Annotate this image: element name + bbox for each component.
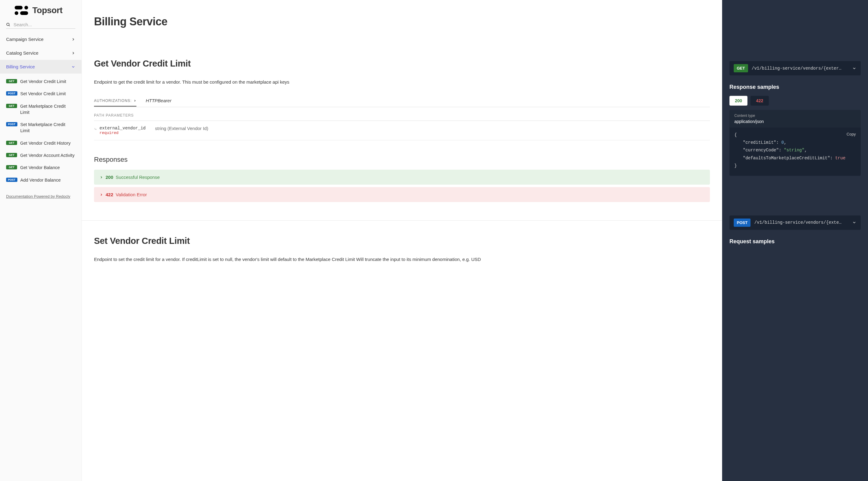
endpoint-url-box[interactable]: GET /v1/billing-service/vendors/{exter… <box>730 61 861 76</box>
url-path: /v1/billing-service/vendors/{exter… <box>752 66 848 71</box>
parameter-row: ⤷ external_vendor_id required string (Ex… <box>94 121 710 141</box>
sub-item-get-vendor-credit-limit[interactable]: GET Get Vendor Credit Limit <box>0 76 82 88</box>
search-input[interactable] <box>13 22 75 27</box>
logo[interactable]: Topsort <box>0 0 82 21</box>
search-box[interactable] <box>6 21 75 29</box>
method-tag: GET <box>734 64 748 72</box>
param-required: required <box>99 131 146 135</box>
path-parameters-label: PATH PARAMETERS <box>94 113 710 121</box>
svg-point-0 <box>7 23 9 25</box>
sidebar: Topsort Campaign Service Catalog Service… <box>0 0 82 481</box>
endpoint-description: Endpoint to set the credit limit for a v… <box>94 256 710 263</box>
endpoint-title: Get Vendor Credit Limit <box>94 59 710 69</box>
content-type-label: Content type <box>734 114 856 118</box>
sub-item-label: Get Vendor Account Activity <box>20 152 74 158</box>
copy-button[interactable]: Copy <box>847 131 856 138</box>
service-title: Billing Service <box>94 15 710 28</box>
tab-200[interactable]: 200 <box>730 96 747 106</box>
sub-item-get-vendor-credit-history[interactable]: GET Get Vendor Credit History <box>0 137 82 149</box>
chevron-right-icon <box>71 51 75 55</box>
method-badge: POST <box>6 122 18 126</box>
chevron-right-icon <box>99 193 103 197</box>
content-type-value: application/json <box>734 119 856 124</box>
sub-item-label: Get Vendor Credit History <box>20 140 70 146</box>
code-sample: Copy { "creditLimit": 0, "currencyCode":… <box>730 127 861 176</box>
param-tree-icon: ⤷ <box>94 127 97 131</box>
nav-label: Campaign Service <box>6 37 44 42</box>
chevron-right-icon <box>133 99 136 102</box>
sub-item-label: Set Vendor Credit Limit <box>21 91 66 97</box>
method-badge: GET <box>6 79 17 83</box>
method-badge: GET <box>6 141 17 145</box>
logo-text: Topsort <box>32 5 63 15</box>
response-200[interactable]: 200 Successful Response <box>94 170 710 185</box>
sub-item-get-marketplace-credit-limit[interactable]: GET Get Marketplace Credit Limit <box>0 100 82 119</box>
nav-catalog-service[interactable]: Catalog Service <box>0 46 82 60</box>
logo-icon <box>14 6 28 15</box>
sub-item-set-vendor-credit-limit[interactable]: POST Set Vendor Credit Limit <box>0 88 82 100</box>
chevron-down-icon <box>852 66 857 70</box>
sub-item-label: Get Marketplace Credit Limit <box>20 103 75 116</box>
responses-heading: Responses <box>94 156 710 163</box>
endpoint-description: Endpoint to get the credit limit for a v… <box>94 79 710 86</box>
response-code: 200 <box>105 175 113 180</box>
chevron-right-icon <box>99 176 103 179</box>
method-badge: GET <box>6 165 17 170</box>
endpoint-title: Set Vendor Credit Limit <box>94 236 710 246</box>
param-name: external_vendor_id <box>99 126 146 131</box>
divider <box>82 220 722 221</box>
response-samples-heading: Response samples <box>730 84 861 90</box>
request-samples-heading: Request samples <box>730 238 861 245</box>
chevron-right-icon <box>71 37 75 41</box>
sub-item-add-vendor-balance[interactable]: POST Add Vendor Balance <box>0 174 82 186</box>
authorizations-label[interactable]: AUTHORIZATIONS: <box>94 98 136 107</box>
sub-item-label: Get Vendor Credit Limit <box>20 79 66 85</box>
url-path: /v1/billing-service/vendors/{exte… <box>754 220 848 225</box>
chevron-down-icon <box>852 220 857 224</box>
sub-nav-list: GET Get Vendor Credit Limit POST Set Ven… <box>0 73 82 188</box>
method-badge: POST <box>6 178 18 182</box>
method-badge: GET <box>6 153 17 157</box>
method-badge: POST <box>6 91 18 95</box>
param-description: string (External Vendor Id) <box>155 126 208 135</box>
sub-item-label: Set Marketplace Credit Limit <box>21 121 75 134</box>
sub-item-set-marketplace-credit-limit[interactable]: POST Set Marketplace Credit Limit <box>0 118 82 137</box>
response-tabs: 200 422 <box>730 96 861 106</box>
powered-by-link[interactable]: Documentation Powered by Redocly <box>0 188 82 205</box>
endpoint-url-box[interactable]: POST /v1/billing-service/vendors/{exte… <box>730 215 861 230</box>
main-content: Billing Service Get Vendor Credit Limit … <box>82 0 722 481</box>
response-422[interactable]: 422 Validation Error <box>94 187 710 202</box>
svg-line-1 <box>9 25 10 26</box>
nav-label: Catalog Service <box>6 50 38 56</box>
code-panel: GET /v1/billing-service/vendors/{exter… … <box>722 0 868 481</box>
nav-campaign-service[interactable]: Campaign Service <box>0 32 82 46</box>
authorizations-row: AUTHORIZATIONS: HTTPBearer <box>94 98 710 107</box>
response-text: Successful Response <box>116 175 160 180</box>
method-tag: POST <box>734 218 750 227</box>
response-text: Validation Error <box>116 192 147 197</box>
chevron-down-icon <box>71 65 75 69</box>
response-code: 422 <box>105 192 113 197</box>
nav-billing-service[interactable]: Billing Service <box>0 60 82 73</box>
sub-item-get-vendor-account-activity[interactable]: GET Get Vendor Account Activity <box>0 149 82 161</box>
nav-label: Billing Service <box>6 64 35 69</box>
sub-item-label: Add Vendor Balance <box>21 177 61 183</box>
sub-item-label: Get Vendor Balance <box>20 164 60 171</box>
sub-item-get-vendor-balance[interactable]: GET Get Vendor Balance <box>0 161 82 174</box>
tab-422[interactable]: 422 <box>750 96 769 106</box>
method-badge: GET <box>6 104 17 108</box>
auth-scheme: HTTPBearer <box>146 98 171 103</box>
search-icon <box>6 22 10 27</box>
content-type-box[interactable]: Content type application/json <box>730 110 861 127</box>
